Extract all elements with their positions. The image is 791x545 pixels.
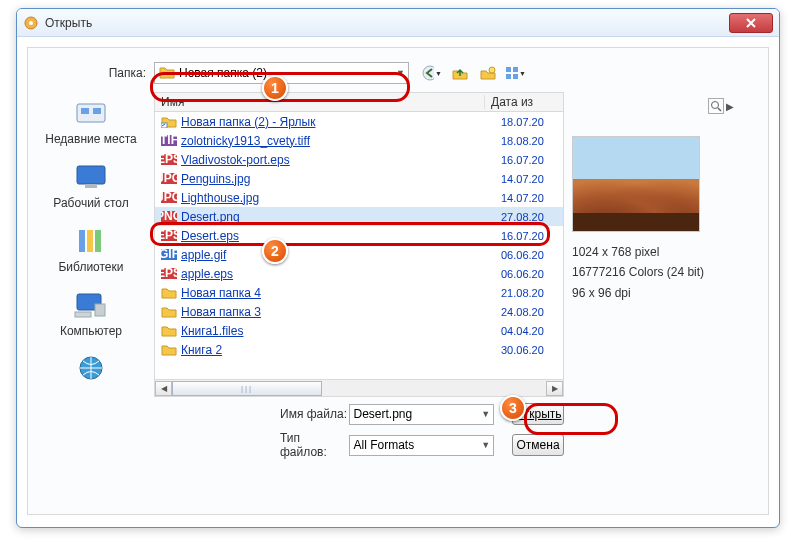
file-date: 06.06.20 (501, 268, 563, 280)
svg-rect-17 (95, 230, 101, 252)
svg-point-8 (712, 102, 719, 109)
file-row[interactable]: EPSDesert.eps16.07.20 (155, 226, 563, 245)
meta-dimensions: 1024 x 768 pixel (572, 242, 742, 262)
meta-colors: 16777216 Colors (24 bit) (572, 262, 742, 282)
meta-dpi: 96 x 96 dpi (572, 283, 742, 303)
folder-name: Новая папка (2) (179, 66, 267, 80)
folder-dropdown[interactable]: Новая папка (2) ▼ (154, 62, 409, 84)
scroll-track[interactable]: ||| (172, 381, 546, 396)
file-list[interactable]: Новая папка (2) - Ярлык18.07.20TIFzolotn… (154, 112, 564, 380)
file-date: 27.08.20 (501, 211, 563, 223)
bottom-controls: Имя файла: Desert.png ▼ Открыть Тип файл… (154, 403, 564, 459)
play-icon[interactable]: ▶ (726, 101, 734, 112)
folder-icon (161, 305, 177, 319)
file-date: 30.06.20 (501, 344, 563, 356)
svg-rect-19 (75, 312, 91, 317)
file-row[interactable]: EPSapple.eps06.06.20 (155, 264, 563, 283)
place-desktop[interactable]: Рабочий стол (28, 160, 154, 210)
column-name[interactable]: Имя (155, 95, 485, 109)
file-name: Desert.png (181, 210, 501, 224)
eps-icon: EPS (161, 153, 177, 167)
file-name: apple.gif (181, 248, 501, 262)
file-row[interactable]: Новая папка 324.08.20 (155, 302, 563, 321)
place-libraries[interactable]: Библиотеки (28, 224, 154, 274)
titlebar[interactable]: Открыть (17, 9, 779, 37)
file-row[interactable]: Новая папка (2) - Ярлык18.07.20 (155, 112, 563, 131)
jpg-icon: JPG (161, 172, 177, 186)
place-label: Рабочий стол (53, 196, 128, 210)
place-computer[interactable]: Компьютер (28, 288, 154, 338)
file-date: 16.07.20 (501, 230, 563, 242)
svg-point-1 (29, 21, 33, 25)
file-row[interactable]: JPGPenguins.jpg14.07.20 (155, 169, 563, 188)
svg-text:PNG: PNG (161, 210, 177, 223)
back-button[interactable]: ▼ (421, 63, 443, 83)
horizontal-scrollbar[interactable]: ◀ ||| ▶ (154, 380, 564, 397)
computer-icon (72, 288, 110, 322)
folder-shortcut-icon (161, 115, 177, 129)
svg-rect-6 (506, 74, 511, 79)
file-name: Новая папка (2) - Ярлык (181, 115, 501, 129)
file-date: 14.07.20 (501, 173, 563, 185)
column-date[interactable]: Дата из (485, 95, 555, 109)
cancel-button[interactable]: Отмена (512, 434, 564, 456)
recent-icon (72, 96, 110, 130)
file-row[interactable]: TIFzolotnicky1913_cvety.tiff18.08.20 (155, 131, 563, 150)
window-title: Открыть (45, 16, 729, 30)
svg-text:EPS: EPS (161, 153, 177, 166)
svg-text:GIF: GIF (161, 248, 177, 261)
tif-icon: TIF (161, 134, 177, 148)
preview-toolbar: ▶ (708, 98, 734, 114)
svg-text:TIF: TIF (161, 134, 177, 147)
close-button[interactable] (729, 13, 773, 33)
file-date: 24.08.20 (501, 306, 563, 318)
file-row[interactable]: Новая папка 421.08.20 (155, 283, 563, 302)
preview-metadata: 1024 x 768 pixel 16777216 Colors (24 bit… (572, 242, 742, 303)
file-date: 04.04.20 (501, 325, 563, 337)
libraries-icon (72, 224, 110, 258)
app-icon (23, 15, 39, 31)
scroll-right-button[interactable]: ▶ (546, 381, 563, 396)
file-date: 06.06.20 (501, 249, 563, 261)
network-icon (72, 352, 110, 386)
place-recent[interactable]: Недавние места (28, 96, 154, 146)
filename-input[interactable]: Desert.png ▼ (349, 404, 495, 425)
file-name: Penguins.jpg (181, 172, 501, 186)
svg-rect-13 (77, 166, 105, 184)
file-row[interactable]: PNGDesert.png27.08.20 (155, 207, 563, 226)
nav-toolbar: ▼ ▼ (421, 63, 527, 83)
svg-rect-4 (506, 67, 511, 72)
file-date: 14.07.20 (501, 192, 563, 204)
folder-icon (161, 343, 177, 357)
dialog-content: Папка: Новая папка (2) ▼ ▼ (27, 47, 769, 515)
open-button[interactable]: Открыть (512, 403, 564, 425)
file-date: 18.07.20 (501, 116, 563, 128)
svg-text:JPG: JPG (161, 191, 177, 204)
place-network[interactable] (28, 352, 154, 388)
filter-value: All Formats (354, 438, 415, 452)
file-row[interactable]: GIFapple.gif06.06.20 (155, 245, 563, 264)
file-name: zolotnicky1913_cvety.tiff (181, 134, 501, 148)
new-folder-button[interactable] (477, 63, 499, 83)
up-button[interactable] (449, 63, 471, 83)
svg-line-9 (718, 108, 721, 111)
chevron-down-icon: ▼ (396, 68, 405, 78)
scroll-thumb[interactable]: ||| (172, 381, 322, 396)
svg-text:EPS: EPS (161, 267, 177, 280)
chevron-down-icon: ▼ (481, 440, 490, 450)
scroll-left-button[interactable]: ◀ (155, 381, 172, 396)
file-row[interactable]: Книга1.files04.04.20 (155, 321, 563, 340)
preview-toggle-button[interactable] (708, 98, 724, 114)
svg-rect-5 (513, 67, 518, 72)
file-row[interactable]: EPSVladivostok-port.eps16.07.20 (155, 150, 563, 169)
svg-rect-7 (513, 74, 518, 79)
filename-value: Desert.png (354, 407, 413, 421)
view-menu-button[interactable]: ▼ (505, 63, 527, 83)
list-header[interactable]: Имя Дата из (154, 92, 564, 112)
filter-dropdown[interactable]: All Formats ▼ (349, 435, 495, 456)
eps-icon: EPS (161, 267, 177, 281)
file-row[interactable]: JPGLighthouse.jpg14.07.20 (155, 188, 563, 207)
file-row[interactable]: Книга 230.06.20 (155, 340, 563, 359)
svg-rect-15 (79, 230, 85, 252)
preview-pane: 1024 x 768 pixel 16777216 Colors (24 bit… (572, 136, 742, 303)
